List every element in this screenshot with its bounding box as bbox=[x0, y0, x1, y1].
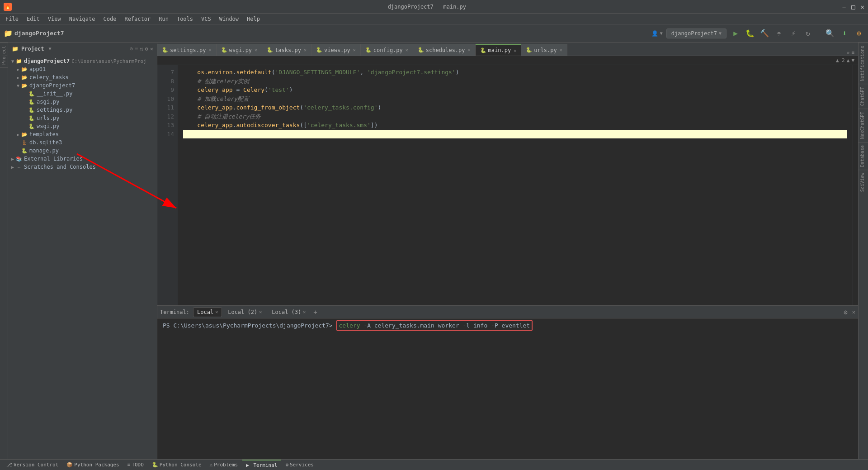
sciview-panel[interactable]: SciView bbox=[859, 170, 868, 195]
chatgpt-panel[interactable]: ChatGPT bbox=[859, 84, 868, 109]
terminal-panel-close[interactable]: ✕ bbox=[852, 309, 855, 315]
nexchatgpt-panel[interactable]: NexChatGPT bbox=[859, 109, 868, 142]
maximize-button[interactable]: □ bbox=[851, 3, 855, 10]
editor-terminal-area: 🐍 settings.py ✕ 🐍 wsgi.py ✕ 🐍 tasks.py ✕… bbox=[157, 43, 858, 459]
bottom-tab-python-console[interactable]: 🐍 Python Console bbox=[148, 460, 205, 470]
recent-files-btn[interactable]: ≡ bbox=[851, 50, 854, 56]
scroll-up-btn[interactable]: ▲ bbox=[847, 57, 850, 63]
bottom-tab-terminal[interactable]: ▶_ Terminal bbox=[242, 460, 281, 470]
profile-dropdown[interactable]: ▼ bbox=[660, 31, 663, 36]
terminal-add-tab[interactable]: + bbox=[311, 309, 319, 316]
ide-settings-button[interactable]: ⚙ bbox=[854, 28, 864, 39]
tab-schedules-py[interactable]: 🐍 schedules.py ✕ bbox=[413, 44, 476, 56]
project-panel-toggle[interactable]: Project bbox=[0, 43, 8, 67]
terminal-tab-local2[interactable]: Local (2) ✕ bbox=[224, 307, 266, 317]
tree-urls-py[interactable]: 🐍 urls.py bbox=[8, 114, 157, 122]
tab-views-py[interactable]: 🐍 views.py ✕ bbox=[311, 44, 361, 56]
tree-init-py[interactable]: 🐍 __init__.py bbox=[8, 90, 157, 98]
tab-urls-py[interactable]: 🐍 urls.py ✕ bbox=[521, 44, 567, 56]
tab-close-views[interactable]: ✕ bbox=[353, 47, 356, 52]
tree-db-sqlite[interactable]: 🗄 db.sqlite3 bbox=[8, 138, 157, 147]
menu-view[interactable]: View bbox=[44, 15, 65, 23]
todo-icon: ≡ bbox=[127, 462, 131, 468]
tree-asgi-py[interactable]: 🐍 asgi.py bbox=[8, 98, 157, 106]
close-panel-icon[interactable]: ✕ bbox=[150, 46, 153, 52]
menu-vcs[interactable]: VCS bbox=[198, 15, 215, 23]
tab-close-config[interactable]: ✕ bbox=[406, 47, 408, 52]
scroll-tabs-right[interactable]: » bbox=[847, 50, 850, 56]
tab-main-py[interactable]: 🐍 main.py ✕ bbox=[476, 44, 522, 56]
terminal-command-box: celery -A celery_tasks.main worker -l in… bbox=[336, 320, 533, 331]
terminal-tab-local-close[interactable]: ✕ bbox=[215, 309, 218, 314]
tab-close-main[interactable]: ✕ bbox=[514, 48, 516, 53]
code-editor[interactable]: 7 8 9 10 11 12 13 14 os.environ.setdefau… bbox=[157, 65, 858, 305]
search-everywhere-button[interactable]: 🔍 bbox=[825, 28, 835, 39]
bottom-tab-todo[interactable]: ≡ TODO bbox=[124, 460, 147, 470]
refresh-button[interactable]: ↻ bbox=[802, 28, 813, 39]
menu-run[interactable]: Run bbox=[155, 15, 172, 23]
tree-external-libs[interactable]: ▶ 📚 External Libraries bbox=[8, 155, 157, 163]
bottom-tab-problems[interactable]: ⚠ Problems bbox=[206, 460, 242, 470]
tree-manage-py[interactable]: 🐍 manage.py bbox=[8, 147, 157, 155]
project-header-dropdown[interactable]: ▼ bbox=[49, 46, 52, 51]
scope-icon[interactable]: ⊙ bbox=[130, 46, 133, 52]
tab-wsgi-py[interactable]: 🐍 wsgi.py ✕ bbox=[217, 44, 263, 56]
tree-wsgi-py[interactable]: 🐍 wsgi.py bbox=[8, 122, 157, 130]
notifications-panel[interactable]: Notifications bbox=[859, 43, 868, 84]
tab-settings-py[interactable]: 🐍 settings.py ✕ bbox=[157, 44, 217, 56]
minimize-button[interactable]: − bbox=[842, 3, 846, 10]
tree-root[interactable]: ▼ 📁 djangoProject7 C:\Users\asus\Pycharm… bbox=[8, 57, 157, 65]
menu-file[interactable]: File bbox=[2, 15, 22, 23]
tree-scratches[interactable]: ▶ ✏ Scratches and Consoles bbox=[8, 163, 157, 171]
terminal-tab-local2-close[interactable]: ✕ bbox=[259, 309, 262, 314]
tab-tasks-py[interactable]: 🐍 tasks.py ✕ bbox=[262, 44, 311, 56]
menu-refactor[interactable]: Refactor bbox=[121, 15, 154, 23]
terminal-content[interactable]: PS C:\Users\asus\PycharmProjects\djangoP… bbox=[157, 318, 858, 459]
tab-icon-tasks: 🐍 bbox=[267, 47, 273, 53]
bottom-tab-python-packages[interactable]: 📦 Python Packages bbox=[63, 460, 123, 470]
run-config-selector[interactable]: djangoProject7 ▼ bbox=[666, 28, 726, 38]
build-button[interactable]: 🔨 bbox=[759, 28, 770, 39]
tab-close-urls[interactable]: ✕ bbox=[560, 47, 562, 52]
collapse-all-icon[interactable]: ⇅ bbox=[140, 46, 143, 52]
terminal-tab-local3-close[interactable]: ✕ bbox=[303, 309, 306, 314]
tree-djangoproject7-sub[interactable]: ▼ 📂 djangoProject7 bbox=[8, 81, 157, 90]
urls-label: urls.py bbox=[37, 115, 60, 121]
tree-settings-py[interactable]: 🐍 settings.py bbox=[8, 106, 157, 114]
editor-scrollbar[interactable] bbox=[853, 65, 858, 305]
settings-py-label: settings.py bbox=[37, 107, 72, 113]
terminal-tab-local[interactable]: Local ✕ bbox=[193, 307, 222, 317]
vcs-update-button[interactable]: ⬇ bbox=[839, 28, 850, 39]
tree-templates[interactable]: ▶ 📂 templates bbox=[8, 130, 157, 138]
close-button[interactable]: ✕ bbox=[861, 3, 864, 10]
profile-run-button[interactable]: ⚡ bbox=[788, 28, 799, 39]
menu-edit[interactable]: Edit bbox=[23, 15, 43, 23]
menu-code[interactable]: Code bbox=[100, 15, 120, 23]
templates-arrow: ▶ bbox=[15, 132, 21, 137]
bottom-tab-services[interactable]: ⚙ Services bbox=[282, 460, 317, 470]
run-config-name: djangoProject7 bbox=[671, 30, 717, 37]
debug-button[interactable]: 🐛 bbox=[745, 28, 755, 39]
tab-config-py[interactable]: 🐍 config.py ✕ bbox=[361, 44, 413, 56]
expand-all-icon[interactable]: ≡ bbox=[135, 46, 138, 52]
menu-navigate[interactable]: Navigate bbox=[66, 15, 99, 23]
menu-help[interactable]: Help bbox=[243, 15, 264, 23]
code-content[interactable]: os.environ.setdefault('DJANGO_SETTINGS_M… bbox=[178, 65, 853, 305]
tab-close-schedules[interactable]: ✕ bbox=[468, 47, 471, 52]
terminal-line: PS C:\Users\asus\PycharmProjects\djangoP… bbox=[163, 322, 853, 329]
database-panel[interactable]: Database bbox=[859, 142, 868, 170]
terminal-tab-local3[interactable]: Local (3) ✕ bbox=[268, 307, 310, 317]
menu-window[interactable]: Window bbox=[216, 15, 242, 23]
settings-icon[interactable]: ⚙ bbox=[145, 46, 148, 52]
terminal-settings-icon[interactable]: ⚙ bbox=[844, 309, 847, 316]
scroll-down-btn[interactable]: ▼ bbox=[851, 57, 854, 63]
tree-app01[interactable]: ▶ 📂 app01 bbox=[8, 65, 157, 73]
tree-celery-tasks[interactable]: ▶ 📂 celery_tasks bbox=[8, 73, 157, 81]
tab-close-wsgi[interactable]: ✕ bbox=[255, 47, 257, 52]
tab-close-settings[interactable]: ✕ bbox=[208, 47, 211, 52]
coverage-button[interactable]: ☂ bbox=[774, 28, 784, 39]
menu-tools[interactable]: Tools bbox=[173, 15, 197, 23]
tab-close-tasks[interactable]: ✕ bbox=[304, 47, 307, 52]
run-button[interactable]: ▶ bbox=[730, 28, 741, 39]
bottom-tab-version-control[interactable]: ⎇ Version Control bbox=[3, 460, 62, 470]
